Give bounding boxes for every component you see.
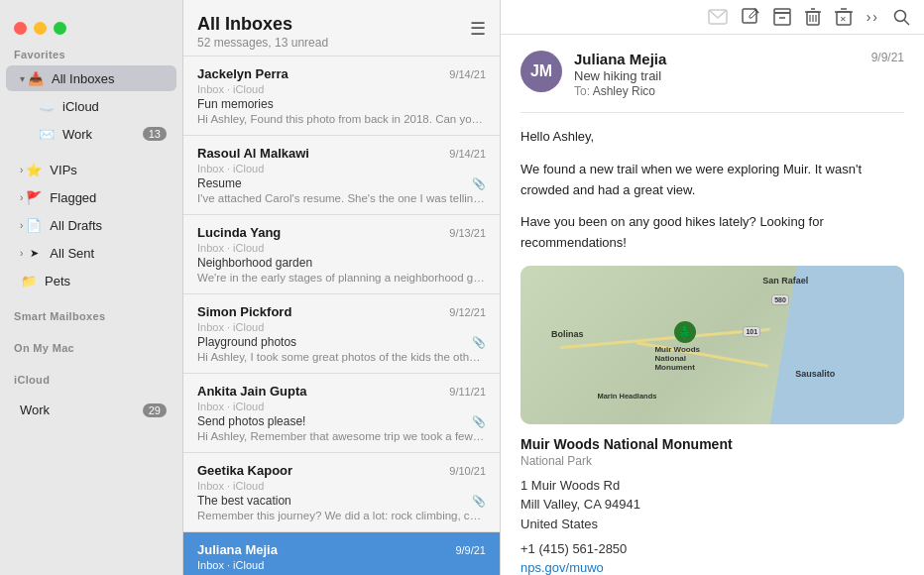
sidebar-item-label: Pets [45, 274, 167, 288]
sidebar-item-label: All Inboxes [52, 71, 167, 86]
mail-item-selected[interactable]: Juliana Mejia 9/9/21 Inbox · iCloud New … [183, 532, 500, 575]
sidebar: Favorites ▾ 📥 All Inboxes ☁️ iCloud ✉️ W… [0, 0, 183, 575]
svg-point-17 [895, 10, 906, 21]
map-label-marin: Marin Headlands [597, 392, 656, 401]
sidebar-item-vips[interactable]: › ⭐ VIPs [6, 157, 176, 182]
map-container[interactable]: 🌲 San Rafael Bolinas Muir WoodsNationalM… [520, 266, 904, 424]
drafts-icon: 📄 [25, 216, 43, 234]
on-my-mac-label: On My Mac [0, 334, 182, 358]
detail-body: Hello Ashley, We found a new trail when … [520, 127, 904, 254]
chevron-icon: › [20, 165, 23, 175]
icloud-section-label: iCloud [0, 366, 182, 390]
mail-item[interactable]: Lucinda Yang 9/13/21 Inbox · iCloud Neig… [183, 215, 500, 294]
sidebar-item-work[interactable]: ✉️ Work 13 [6, 121, 176, 147]
mail-meta: Inbox · iCloud [197, 83, 486, 95]
mail-list: All Inboxes 52 messages, 13 unread ☰ Jac… [183, 0, 501, 575]
map-background: 🌲 San Rafael Bolinas Muir WoodsNationalM… [520, 266, 904, 424]
mail-preview: Hi Ashley, Remember that awesome trip we… [197, 430, 485, 442]
sender-name: Ankita Jain Gupta [197, 384, 307, 399]
sidebar-item-work-section[interactable]: Work 29 [6, 399, 176, 421]
junk-icon[interactable]: ✕ [835, 8, 853, 26]
mail-list-header-left: All Inboxes 52 messages, 13 unread [197, 14, 328, 50]
map-label-sausalito: Sausalito [795, 369, 835, 379]
mail-preview: Hi Ashley, Found this photo from back in… [197, 113, 485, 125]
detail-toolbar: ✕ ›› [501, 0, 924, 35]
work-icon: ✉️ [38, 125, 56, 143]
map-label-muir: Muir WoodsNationalMonument [654, 345, 700, 372]
detail-sender-info: Juliana Mejia New hiking trail To: Ashle… [574, 51, 862, 98]
chevron-icon: › [20, 248, 23, 259]
mail-date: 9/10/21 [449, 465, 486, 477]
sidebar-item-label: Flagged [50, 190, 167, 205]
maximize-button[interactable] [54, 22, 66, 35]
sender-name: Lucinda Yang [197, 225, 281, 240]
location-address: 1 Muir Woods Rd Mill Valley, CA 94941 Un… [520, 476, 904, 534]
sidebar-item-all-inboxes[interactable]: ▾ 📥 All Inboxes [6, 65, 176, 91]
detail-sender-name: Juliana Mejia [574, 51, 862, 67]
mail-preview: I've attached Carol's resume. She's the … [197, 192, 485, 204]
location-name: Muir Woods National Monument [520, 436, 904, 452]
mail-list-header: All Inboxes 52 messages, 13 unread ☰ [183, 0, 500, 57]
map-label-bolinas: Bolinas [551, 329, 584, 339]
sidebar-item-icloud[interactable]: ☁️ iCloud [6, 93, 176, 119]
sender-name: Jackelyn Perra [197, 66, 289, 81]
map-marker: 🌲 [674, 321, 696, 343]
archive-icon[interactable] [773, 8, 791, 26]
detail-pane: ✕ ›› JM Juliana Mejia New hiking trail T… [501, 0, 924, 575]
detail-to-name: Ashley Rico [593, 84, 655, 98]
sidebar-item-flagged[interactable]: › 🚩 Flagged [6, 184, 176, 210]
sidebar-item-pets[interactable]: 📁 Pets [6, 268, 176, 293]
mail-meta: Inbox · iCloud [197, 242, 486, 254]
attachment-icon: 📎 [472, 177, 486, 190]
mail-items: Jackelyn Perra 9/14/21 Inbox · iCloud Fu… [183, 57, 500, 575]
reply-icon[interactable] [708, 9, 728, 25]
sent-icon: ➤ [25, 244, 43, 262]
mail-item[interactable]: Jackelyn Perra 9/14/21 Inbox · iCloud Fu… [183, 57, 500, 136]
chevron-icon: › [20, 192, 23, 203]
sort-icon[interactable]: ☰ [470, 18, 486, 40]
mail-meta: Inbox · iCloud [197, 321, 486, 333]
detail-subject: New hiking trail [574, 68, 862, 83]
location-website-link[interactable]: nps.gov/muwo [520, 560, 904, 575]
mail-list-title: All Inboxes [197, 14, 328, 35]
mail-preview: Remember this journey? We did a lot: roc… [197, 510, 485, 521]
minimize-button[interactable] [34, 22, 47, 35]
mail-date: 9/11/21 [449, 386, 486, 398]
attachment-icon: 📎 [472, 336, 486, 349]
sidebar-item-label: All Drafts [50, 218, 167, 233]
search-icon[interactable] [893, 9, 910, 26]
address-line-1: 1 Muir Woods Rd [520, 478, 620, 493]
sidebar-item-label: All Sent [50, 246, 167, 261]
mail-item[interactable]: Rasoul Al Malkawi 9/14/21 Inbox · iCloud… [183, 136, 500, 215]
favorites-label: Favorites [0, 41, 182, 64]
mail-list-subtitle: 52 messages, 13 unread [197, 36, 328, 50]
body-greeting: Hello Ashley, [520, 127, 904, 148]
trash-icon[interactable] [805, 8, 821, 26]
detail-divider [520, 112, 904, 113]
chevron-icon: ▾ [20, 73, 25, 84]
detail-content: JM Juliana Mejia New hiking trail To: As… [501, 35, 924, 575]
folder-icon: 📁 [20, 272, 38, 289]
more-icon[interactable]: ›› [866, 9, 879, 25]
mail-item[interactable]: Geetika Kapoor 9/10/21 Inbox · iCloud Th… [183, 453, 500, 532]
sidebar-item-label: iCloud [62, 99, 167, 114]
mail-meta: Inbox · iCloud [197, 559, 486, 571]
mail-meta: Inbox · iCloud [197, 401, 486, 412]
map-label-san-rafael: San Rafael [762, 276, 808, 286]
compose-icon[interactable] [742, 8, 759, 26]
mail-preview: Hi Ashley, I took some great photos of t… [197, 351, 485, 363]
chevron-icon: › [20, 220, 23, 231]
sidebar-item-all-sent[interactable]: › ➤ All Sent [6, 240, 176, 266]
mail-subject: Send photos please! [197, 414, 305, 428]
sidebar-item-all-drafts[interactable]: › 📄 All Drafts [6, 212, 176, 238]
location-info: Muir Woods National Monument National Pa… [520, 436, 904, 575]
mail-date: 9/9/21 [455, 544, 486, 556]
mail-subject: Fun memories [197, 97, 274, 111]
close-button[interactable] [14, 22, 27, 35]
avatar: JM [520, 51, 562, 92]
mail-item[interactable]: Simon Pickford 9/12/21 Inbox · iCloud Pl… [183, 294, 500, 374]
mail-item[interactable]: Ankita Jain Gupta 9/11/21 Inbox · iCloud… [183, 374, 500, 453]
location-phone: +1 (415) 561-2850 [520, 541, 904, 556]
map-highway-101: 101 [743, 326, 760, 337]
location-type: National Park [520, 454, 904, 468]
